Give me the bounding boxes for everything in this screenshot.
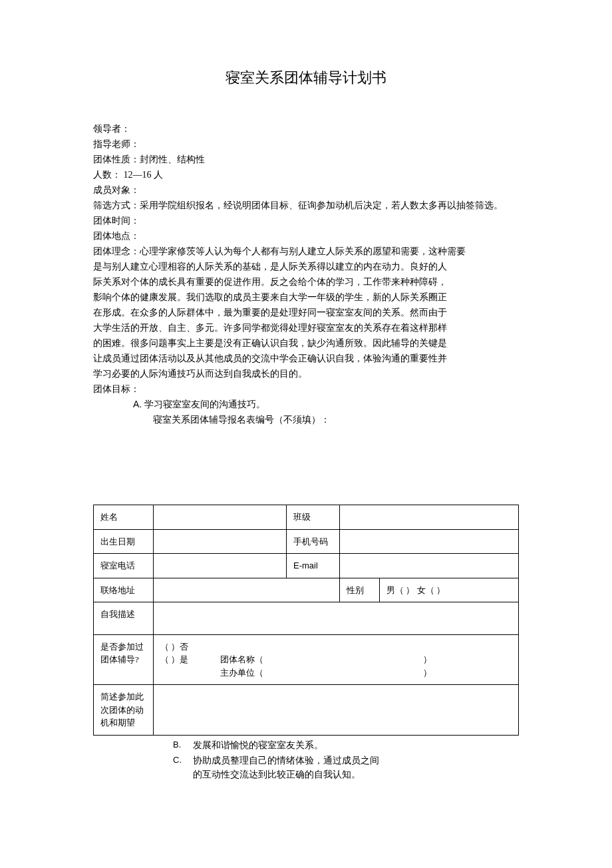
gender-field[interactable]: 男（ ） 女（ ） <box>380 578 519 602</box>
line-members: 成员对象： <box>93 183 519 197</box>
line-concept: 让成员通过团体活动以及从其他成员的交流中学会正确认识自我，体验沟通的重要性并 <box>93 351 519 365</box>
line-count: 人数： 12—16 人 <box>93 168 519 182</box>
name-label: 姓名 <box>94 505 154 530</box>
phone-label: 手机号码 <box>287 529 340 554</box>
address-field[interactable] <box>154 578 340 602</box>
prev-label-1: 是否参加过 <box>100 640 146 654</box>
goal-c-line1: 协助成员整理自己的情绪体验，通过成员之间 <box>193 754 519 767</box>
class-field[interactable] <box>340 505 519 530</box>
name-field[interactable] <box>154 505 287 530</box>
table-row: 出生日期 手机号码 <box>94 529 519 554</box>
prev-group-name-label: 团体名称（ <box>220 653 263 666</box>
registration-form: 姓名 班级 出生日期 手机号码 寝室电话 E-mail 联络地址 性别 男（ ）… <box>93 505 519 736</box>
prev-no-option[interactable]: （ ）否 <box>160 640 512 654</box>
line-advisor: 指导老师： <box>93 137 519 151</box>
dorm-phone-label: 寝室电话 <box>94 554 154 578</box>
line-place: 团体地点： <box>93 229 519 243</box>
line-concept: 是与别人建立心理相容的人际关系的基础，是人际关系得以建立的内在动力。良好的人 <box>93 260 519 274</box>
post-list: B. 发展和谐愉悦的寝室室友关系。 C. 协助成员整理自己的情绪体验，通过成员之… <box>93 736 519 781</box>
line-concept: 学习必要的人际沟通技巧从而达到自我成长的目的。 <box>93 367 519 381</box>
address-label: 联络地址 <box>94 578 154 602</box>
table-row: 姓名 班级 <box>94 505 519 530</box>
goal-b-text: 发展和谐愉悦的寝室室友关系。 <box>193 738 519 752</box>
line-concept: 影响个体的健康发展。我们选取的成员主要来自大学一年级的学生，新的人际关系圈正 <box>93 290 519 304</box>
goal-c-text: 协助成员整理自己的情绪体验，通过成员之间 的互动性交流达到比较正确的自我认知。 <box>193 754 519 781</box>
dob-label: 出生日期 <box>94 529 154 554</box>
close-paren: ） <box>423 653 432 666</box>
goal-a: A. 学习寝室室友间的沟通技巧。 <box>93 397 519 411</box>
line-concept: 在形成。在众多的人际群体中，最为重要的是处理好同一寝室室友间的关系。然而由于 <box>93 306 519 320</box>
line-concept: 团体理念：心理学家修茨等人认为每个人都有与别人建立人际关系的愿望和需要，这种需要 <box>93 244 519 258</box>
table-row: 自我描述 <box>94 602 519 635</box>
line-goal-header: 团体目标： <box>93 382 519 396</box>
line-nature: 团体性质：封闭性、结构性 <box>93 152 519 166</box>
line-concept: 的困难。很多问题事实上主要是没有正确认识自我，缺少沟通所致。因此辅导的关键是 <box>93 336 519 350</box>
self-desc-label: 自我描述 <box>94 602 154 635</box>
dob-field[interactable] <box>154 529 287 554</box>
phone-field[interactable] <box>340 529 519 554</box>
dorm-phone-field[interactable] <box>154 554 287 578</box>
goal-a-marker: A. <box>133 399 142 409</box>
goal-a-text: 学习寝室室友间的沟通技巧。 <box>144 399 265 409</box>
table-row: 寝室电话 E-mail <box>94 554 519 578</box>
email-label: E-mail <box>287 554 340 578</box>
gender-label: 性别 <box>340 578 380 602</box>
motive-label: 简述参加此 次团体的动 机和期望 <box>94 685 154 736</box>
close-paren: ） <box>423 666 432 680</box>
prev-label: 是否参加过 团体辅导? <box>94 634 154 685</box>
motive-label-3: 机和期望 <box>100 716 146 730</box>
goal-c-marker: C. <box>173 754 193 767</box>
prev-field[interactable]: （ ）否 （ ）是 团体名称（ ） 主办单位（ ） <box>154 634 519 685</box>
line-concept: 大学生活的开放、自主、多元。许多同学都觉得处理好寝室室友的关系存在着这样那样 <box>93 321 519 335</box>
prev-yes-option[interactable]: （ ）是 <box>160 653 220 679</box>
prev-sponsor-label: 主办单位（ <box>220 666 263 680</box>
prev-label-2: 团体辅导? <box>100 653 146 666</box>
goal-c-line2: 的互动性交流达到比较正确的自我认知。 <box>193 767 519 781</box>
line-leader: 领导者： <box>93 122 519 136</box>
table-row: 联络地址 性别 男（ ） 女（ ） <box>94 578 519 602</box>
page-title: 寝室关系团体辅导计划书 <box>93 67 519 89</box>
motive-field[interactable] <box>154 685 519 736</box>
line-selection: 筛选方式：采用学院组织报名，经说明团体目标、征询参加动机后决定，若人数太多再以抽… <box>93 198 519 212</box>
class-label: 班级 <box>287 505 340 530</box>
goal-b-marker: B. <box>173 738 193 752</box>
motive-label-1: 简述参加此 <box>100 690 146 704</box>
motive-label-2: 次团体的动 <box>100 704 146 717</box>
line-time: 团体时间： <box>93 214 519 228</box>
email-field[interactable] <box>340 554 519 578</box>
body-paragraphs: 领导者： 指导老师： 团体性质：封闭性、结构性 人数： 12—16 人 成员对象… <box>93 122 519 427</box>
self-desc-field[interactable] <box>154 602 519 635</box>
line-concept: 际关系对个体的成长具有重要的促进作用。反之会给个体的学习，工作带来种种障碍， <box>93 275 519 289</box>
goal-a-sub: 寝室关系团体辅导报名表编号（不须填）： <box>93 413 519 427</box>
table-row: 简述参加此 次团体的动 机和期望 <box>94 685 519 736</box>
table-row: 是否参加过 团体辅导? （ ）否 （ ）是 团体名称（ ） 主办单位（ ） <box>94 634 519 685</box>
